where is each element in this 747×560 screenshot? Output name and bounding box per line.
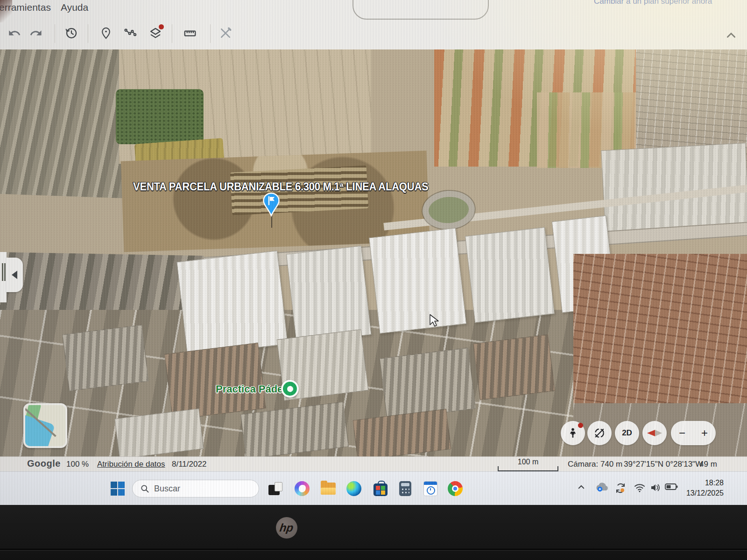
2d-view-button[interactable]: 2D [615, 421, 639, 445]
clock-time: 18:28 [668, 478, 724, 488]
zoom-in-button[interactable]: + [701, 427, 708, 440]
copilot-icon [295, 481, 310, 496]
hp-logo: hp [276, 517, 297, 539]
taskbar-app-calculator[interactable] [396, 479, 415, 498]
undo-icon [8, 27, 21, 42]
compass-needle-icon [647, 428, 662, 438]
tray-volume[interactable] [650, 483, 661, 492]
taskbar-app-calendar[interactable] [421, 479, 440, 498]
placemark-icon [99, 27, 113, 42]
overview-map[interactable] [23, 403, 67, 448]
add-placemark-button[interactable] [96, 24, 116, 44]
wifi-icon [634, 483, 645, 492]
data-attribution-link[interactable]: Atribución de datos [97, 460, 165, 469]
toolbar-separator [172, 24, 172, 43]
pegman-badge [578, 423, 583, 428]
elevation-readout: 49 m [699, 460, 717, 469]
google-earth-window: erramientas Ayuda Cambiar a un plan supe… [0, 0, 747, 505]
zoom-control: − + [671, 421, 716, 445]
laptop-photo: erramientas Ayuda Cambiar a un plan supe… [0, 0, 747, 560]
taskbar-app-chrome[interactable] [446, 479, 465, 498]
undo-button[interactable] [5, 24, 24, 44]
search-box-partial[interactable] [352, 0, 489, 20]
tray-sync[interactable] [614, 483, 627, 494]
windows-taskbar: Buscar [0, 471, 747, 505]
sync-arrows-icon [614, 483, 627, 494]
speaker-icon [650, 483, 661, 492]
photos-app-icon [268, 482, 282, 495]
redo-icon [29, 27, 42, 42]
scale-bar: 100 m [498, 458, 558, 471]
scale-ruler [498, 466, 558, 471]
blue-flag-placemark-icon[interactable] [261, 192, 281, 219]
scale-label: 100 m [498, 458, 558, 466]
path-icon [123, 26, 137, 42]
laptop-bezel: hp [0, 505, 747, 560]
chevron-left-icon [12, 271, 17, 279]
parcel-sale-label[interactable]: VENTA PARCELA URBANIZABLE 6.300 M.1ª LIN… [133, 181, 429, 193]
coordinates-readout: 39°27'15"N 0°28'13"W [624, 460, 703, 469]
search-placeholder: Buscar [154, 484, 180, 494]
imagery-texture [0, 49, 747, 456]
mouse-cursor [429, 314, 440, 329]
measure-button[interactable] [180, 24, 200, 44]
taskbar-app-photos[interactable] [266, 479, 285, 498]
2d-label: 2D [622, 428, 632, 438]
search-icon [140, 484, 149, 493]
redo-button[interactable] [26, 24, 46, 44]
orbit-view-button[interactable] [587, 421, 612, 445]
drawing-tools-button[interactable] [216, 24, 235, 44]
taskbar-search-input[interactable]: Buscar [132, 480, 259, 497]
zoom-out-button[interactable]: − [679, 427, 685, 440]
sidebar-edge [0, 252, 7, 302]
chrome-icon [448, 481, 463, 496]
place-label[interactable]: Practica Pádel [216, 383, 286, 395]
windows-start-button[interactable] [111, 482, 125, 496]
ruler-icon [183, 26, 197, 42]
microsoft-store-icon [374, 483, 388, 496]
compass-button[interactable] [642, 421, 667, 445]
map-viewport[interactable]: VENTA PARCELA URBANIZABLE 6.300 M.1ª LIN… [0, 49, 747, 456]
menu-item-help[interactable]: Ayuda [61, 2, 88, 13]
taskbar-app-copilot[interactable] [293, 479, 311, 498]
tray-show-hidden-button[interactable] [577, 483, 585, 491]
taskbar-app-file-explorer[interactable] [319, 479, 338, 498]
history-icon [64, 26, 78, 42]
layers-button[interactable] [146, 24, 165, 44]
upgrade-plan-link[interactable]: Cambiar a un plan superior ahora [594, 0, 712, 6]
layers-notification-badge [159, 24, 164, 29]
taskbar-app-edge[interactable] [345, 479, 363, 498]
taskbar-clock[interactable]: 18:28 13/12/2025 [668, 478, 724, 499]
pencil-ruler-icon [218, 26, 233, 42]
toolbar-separator [210, 24, 211, 43]
clock-date: 13/12/2025 [668, 488, 724, 498]
toolbar-separator [88, 24, 88, 43]
photo-edge-artifact [0, 0, 12, 22]
chevron-up-icon [577, 483, 585, 491]
history-button[interactable] [62, 24, 81, 44]
pegman-icon [567, 427, 579, 439]
green-place-marker-icon[interactable] [281, 380, 299, 398]
toolbar-separator [55, 24, 55, 43]
zoom-level-readout: 100 % [66, 460, 89, 469]
drag-grip-icon[interactable] [2, 263, 3, 281]
tray-onedrive[interactable] [595, 482, 609, 492]
cloud-icon [595, 482, 609, 492]
imagery-date: 8/11/2022 [172, 460, 206, 469]
orbit-icon [593, 427, 606, 440]
google-logo: Google [27, 458, 61, 469]
edge-browser-icon [346, 481, 361, 496]
calculator-icon [399, 481, 411, 496]
collapse-toolbar-button[interactable] [722, 26, 740, 45]
chevron-up-icon [725, 29, 737, 42]
taskbar-app-store[interactable] [371, 479, 390, 498]
camera-altitude: Cámara: 740 m [568, 460, 622, 469]
bezel-seam [0, 549, 747, 550]
add-path-button[interactable] [120, 24, 140, 44]
calendar-icon [423, 481, 437, 496]
file-explorer-icon [321, 483, 336, 495]
tray-wifi[interactable] [634, 483, 645, 492]
status-bar: Google 100 % Atribución de datos 8/11/20… [0, 456, 747, 472]
street-view-pegman-button[interactable] [561, 421, 585, 445]
collapse-sidebar-button[interactable] [6, 258, 23, 292]
